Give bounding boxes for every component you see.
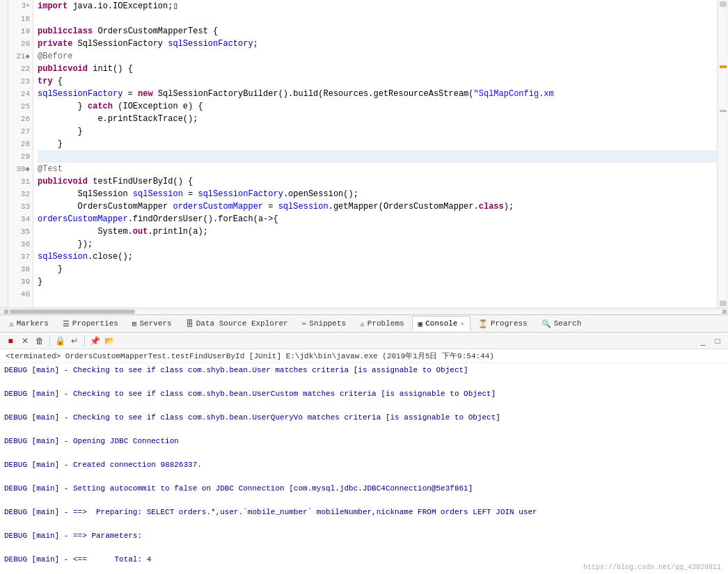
console-line-5: DEBUG [main] - Created connection 988263… xyxy=(4,459,724,471)
code-line xyxy=(38,150,717,163)
word-wrap-button[interactable]: ↵ xyxy=(68,335,81,347)
horizontal-scrollbar[interactable] xyxy=(0,308,728,314)
console-line-3: DEBUG [main] - Checking to see if class … xyxy=(4,412,724,424)
console-line-7: DEBUG [main] - ==> Preparing: SELECT ord… xyxy=(4,507,724,518)
code-line: SqlSession sqlSession = sqlSessionFactor… xyxy=(38,188,717,200)
tab-datasource-label: Data Source Explorer xyxy=(196,319,288,328)
code-line: sqlSession.close(); xyxy=(38,250,717,263)
console-area: <terminated> OrdersCustomMapperTest.test… xyxy=(0,349,728,574)
code-line: OrdersCustomMapper ordersCustomMapper = … xyxy=(38,200,717,213)
tab-snippets[interactable]: ✂ Snippets xyxy=(296,316,352,331)
terminated-label: <terminated> OrdersCustomMapperTest.test… xyxy=(6,352,494,360)
progress-icon: ⏳ xyxy=(478,319,488,328)
tab-snippets-label: Snippets xyxy=(309,319,346,328)
problems-icon: ⚠ xyxy=(360,319,365,328)
line-numbers: 3+ 18 19 20 21◆ 22 23 24 25 26 27 28 29 … xyxy=(8,0,33,308)
code-line: System.out.println(a); xyxy=(38,225,717,238)
code-line: sqlSessionFactory = new SqlSessionFactor… xyxy=(38,88,717,100)
left-gutter xyxy=(0,0,8,308)
console-toolbar: ■ ✕ 🗑 🔒 ↵ 📌 📂 _ □ xyxy=(0,333,728,349)
pin-console-button[interactable]: 📌 xyxy=(88,335,101,347)
code-line: public void init() { xyxy=(38,63,717,75)
code-line: } xyxy=(38,125,717,138)
terminate-button[interactable]: ■ xyxy=(4,335,17,347)
tab-console[interactable]: ▣ Console ✕ xyxy=(412,316,470,331)
tab-progress[interactable]: ⏳ Progress xyxy=(472,316,534,331)
code-line: private SqlSessionFactory sqlSessionFact… xyxy=(38,38,717,50)
code-line: import java.io.IOException;▯ xyxy=(38,0,717,13)
code-line: ordersCustomMapper.findOrdersUser().forE… xyxy=(38,213,717,225)
code-line: } catch (IOException e) { xyxy=(38,100,717,113)
editor-area: 3+ 18 19 20 21◆ 22 23 24 25 26 27 28 29 … xyxy=(0,0,728,314)
code-line: @Test xyxy=(38,163,717,175)
markers-icon: ⚠ xyxy=(9,319,14,328)
console-line-6: DEBUG [main] - Setting autocommit to fal… xyxy=(4,483,724,495)
remove-launch-button[interactable]: ✕ xyxy=(19,335,31,347)
code-line: e.printStackTrace(); xyxy=(38,113,717,125)
console-line-4: DEBUG [main] - Opening JDBC Connection xyxy=(4,436,724,447)
console-output[interactable]: DEBUG [main] - Checking to see if class … xyxy=(0,363,728,574)
tab-search-label: Search xyxy=(554,319,582,328)
open-console-button[interactable]: 📂 xyxy=(103,335,116,347)
code-line: try { xyxy=(38,75,717,88)
tab-problems-label: Problems xyxy=(367,319,404,328)
tab-progress-label: Progress xyxy=(491,319,528,328)
tab-servers[interactable]: ⊞ Servers xyxy=(126,316,178,331)
code-line: } xyxy=(38,263,717,276)
tab-properties-label: Properties xyxy=(72,319,118,328)
tab-search[interactable]: 🔍 Search xyxy=(535,316,588,331)
maximize-button[interactable]: □ xyxy=(711,335,724,347)
properties-icon: ☰ xyxy=(63,319,70,328)
tab-markers-label: Markers xyxy=(17,319,49,328)
datasource-icon: 🗄 xyxy=(186,319,193,328)
code-line: public void testFindUserById() { xyxy=(38,175,717,188)
code-line xyxy=(38,288,717,301)
console-close-icon[interactable]: ✕ xyxy=(460,320,464,328)
code-line: } xyxy=(38,138,717,150)
tab-problems[interactable]: ⚠ Problems xyxy=(354,316,410,331)
code-line xyxy=(38,13,717,25)
code-editor[interactable]: import java.io.IOException;▯ public clas… xyxy=(33,0,717,308)
search-tab-icon: 🔍 xyxy=(541,319,551,328)
tab-datasource[interactable]: 🗄 Data Source Explorer xyxy=(180,316,294,331)
code-line: } xyxy=(38,276,717,288)
tab-servers-label: Servers xyxy=(139,319,171,328)
tab-markers[interactable]: ⚠ Markers xyxy=(3,316,55,331)
code-line: }); xyxy=(38,238,717,250)
tabs-bar: ⚠ Markers ☰ Properties ⊞ Servers 🗄 Data … xyxy=(0,314,728,333)
console-line-1: DEBUG [main] - Checking to see if class … xyxy=(4,365,724,376)
console-icon: ▣ xyxy=(418,319,423,328)
snippets-icon: ✂ xyxy=(302,319,307,328)
tab-console-label: Console xyxy=(425,319,457,328)
console-line-2: DEBUG [main] - Checking to see if class … xyxy=(4,388,724,400)
scroll-lock-button[interactable]: 🔒 xyxy=(54,335,66,347)
right-gutter xyxy=(717,0,728,308)
watermark: https://blog.csdn.net/qq_43029811 xyxy=(583,564,721,571)
clear-console-button[interactable]: 🗑 xyxy=(33,335,46,347)
console-header-bar: <terminated> OrdersCustomMapperTest.test… xyxy=(0,349,728,363)
console-line-8: DEBUG [main] - ==> Parameters: xyxy=(4,530,724,542)
code-line: public class OrdersCustomMapperTest { xyxy=(38,25,717,38)
minimize-button[interactable]: _ xyxy=(697,335,709,347)
servers-icon: ⊞ xyxy=(132,319,137,328)
tab-properties[interactable]: ☰ Properties xyxy=(56,316,125,331)
code-line: @Before xyxy=(38,50,717,63)
